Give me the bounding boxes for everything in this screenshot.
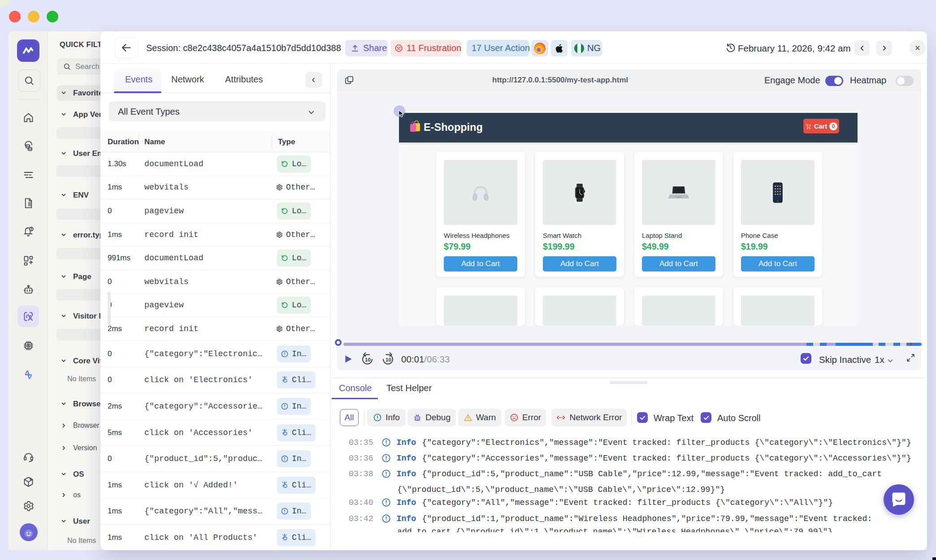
svg-text:10: 10 bbox=[365, 357, 371, 362]
svg-text:10: 10 bbox=[386, 357, 391, 362]
